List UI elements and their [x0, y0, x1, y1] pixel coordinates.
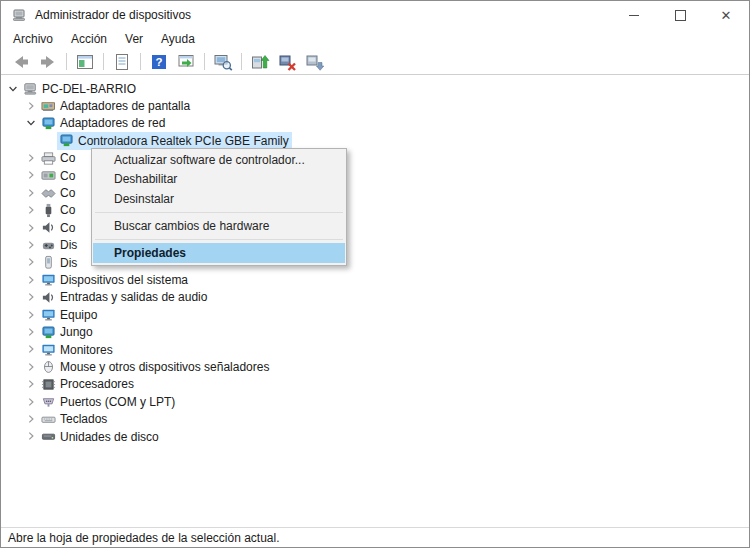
processor-icon	[41, 377, 56, 392]
menu-archivo[interactable]: Archivo	[4, 30, 62, 48]
computer-icon	[23, 81, 38, 96]
toolbar: ?	[1, 49, 749, 75]
tree-item-adaptadores-de-pantalla[interactable]: Adaptadores de pantalla	[2, 97, 748, 114]
device-manager-app-icon	[11, 7, 27, 23]
status-bar: Abre la hoja de propiedades de la selecc…	[1, 527, 749, 547]
chevron-right-icon[interactable]	[26, 275, 36, 285]
update-driver-button[interactable]	[248, 51, 272, 73]
arrow-left-icon	[11, 52, 31, 72]
chevron-down-icon[interactable]	[8, 84, 18, 94]
disable-driver-button[interactable]	[302, 51, 326, 73]
toolbar-separator	[66, 53, 67, 70]
tree-item-controladora-realtek-pcie-gbe-family[interactable]: Controladora Realtek PCIe GBE Family	[2, 132, 748, 149]
help-button[interactable]: ?	[147, 51, 171, 73]
scan-hardware-icon	[213, 52, 233, 72]
tree-item-puertos-com-y-lpt[interactable]: Puertos (COM y LPT)	[2, 393, 748, 410]
console-tree-icon	[75, 52, 95, 72]
tree-item-jungo[interactable]: Jungo	[2, 323, 748, 340]
context-menu-item-deshabilitar[interactable]: Deshabilitar	[93, 170, 345, 189]
scan-hardware-changes-button[interactable]	[211, 51, 235, 73]
network-adapter-icon	[41, 325, 56, 340]
tree-item-adaptadores-de-red[interactable]: Adaptadores de red	[2, 115, 748, 132]
toolbar-separator	[140, 53, 141, 70]
maximize-button[interactable]	[657, 1, 703, 29]
chevron-right-icon[interactable]	[26, 223, 36, 233]
mouse-icon	[41, 359, 56, 374]
display-adapter-icon	[41, 99, 56, 114]
tree-item-entradas-y-salidas-de-audio[interactable]: Entradas y salidas de audio	[2, 289, 748, 306]
chevron-right-icon[interactable]	[26, 292, 36, 302]
minimize-icon	[629, 15, 639, 16]
tree-item-label: Mouse y otros dispositivos señaladores	[60, 360, 269, 374]
printer-icon	[41, 151, 56, 166]
show-console-tree-button[interactable]	[73, 51, 97, 73]
chevron-right-icon[interactable]	[26, 310, 36, 320]
chevron-right-icon[interactable]	[26, 153, 36, 163]
device-tree-panel: PC-DEL-BARRIOAdaptadores de pantallaAdap…	[2, 75, 748, 527]
chevron-right-icon[interactable]	[26, 188, 36, 198]
export-list-button[interactable]	[174, 51, 198, 73]
forward-button[interactable]	[36, 51, 60, 73]
chevron-right-icon[interactable]	[26, 205, 36, 215]
network-adapter-icon	[41, 116, 56, 131]
close-icon: ✕	[721, 9, 732, 22]
toolbar-separator	[103, 53, 104, 70]
disk-drive-icon	[41, 429, 56, 444]
tree-item-equipo[interactable]: Equipo	[2, 306, 748, 323]
close-button[interactable]: ✕	[703, 1, 749, 29]
arrow-right-icon	[38, 52, 58, 72]
tree-item-dispositivos-del-sistema[interactable]: Dispositivos del sistema	[2, 271, 748, 288]
help-icon: ?	[149, 52, 169, 72]
chevron-right-icon[interactable]	[26, 240, 36, 250]
svg-text:?: ?	[155, 56, 162, 68]
tree-item-procesadores[interactable]: Procesadores	[2, 376, 748, 393]
monitor-icon	[41, 342, 56, 357]
usb-controller-icon	[41, 203, 56, 218]
context-menu-item-actualizar-software-de-controlador[interactable]: Actualizar software de controlador...	[93, 151, 345, 170]
chevron-right-icon[interactable]	[26, 431, 36, 441]
maximize-icon	[675, 10, 686, 21]
chevron-right-icon[interactable]	[26, 379, 36, 389]
system-device-icon	[41, 272, 56, 287]
tree-item-label: Teclados	[60, 412, 107, 426]
context-menu-separator	[95, 239, 343, 240]
tree-item-label: Adaptadores de red	[60, 116, 165, 130]
menu-ver[interactable]: Ver	[116, 30, 152, 48]
menu-bar: Archivo Acción Ver Ayuda	[1, 29, 749, 49]
tree-item-teclados[interactable]: Teclados	[2, 410, 748, 427]
tree-item-label: Dis	[60, 238, 77, 252]
tree-item-label: PC-DEL-BARRIO	[42, 82, 136, 96]
menu-accion[interactable]: Acción	[62, 30, 116, 48]
chevron-right-icon[interactable]	[26, 414, 36, 424]
chevron-right-icon[interactable]	[26, 327, 36, 337]
chevron-right-icon[interactable]	[26, 101, 36, 111]
chevron-right-icon[interactable]	[26, 344, 36, 354]
chevron-right-icon[interactable]	[26, 257, 36, 267]
chevron-down-icon[interactable]	[26, 118, 36, 128]
tree-item-unidades-de-disco[interactable]: Unidades de disco	[2, 428, 748, 445]
uninstall-driver-button[interactable]	[275, 51, 299, 73]
tree-item-label: Dis	[60, 256, 77, 270]
tree-item-label: Co	[60, 203, 75, 217]
back-button[interactable]	[9, 51, 33, 73]
tree-item-label: Monitores	[60, 343, 113, 357]
tree-item-monitores[interactable]: Monitores	[2, 341, 748, 358]
context-menu-item-buscar-cambios-de-hardware[interactable]: Buscar cambios de hardware	[93, 216, 345, 236]
context-menu-separator	[95, 212, 343, 213]
tree-item-label: Equipo	[60, 308, 97, 322]
chevron-right-icon[interactable]	[26, 170, 36, 180]
title-bar: Administrador de dispositivos ✕	[1, 1, 749, 29]
tree-item-pc-del-barrio[interactable]: PC-DEL-BARRIO	[2, 80, 748, 97]
tree-item-mouse-y-otros-dispositivos-se-aladores[interactable]: Mouse y otros dispositivos señaladores	[2, 358, 748, 375]
minimize-button[interactable]	[611, 1, 657, 29]
context-menu-item-propiedades[interactable]: Propiedades	[93, 243, 345, 263]
menu-ayuda[interactable]: Ayuda	[152, 30, 204, 48]
chevron-right-icon[interactable]	[26, 397, 36, 407]
context-menu-item-desinstalar[interactable]: Desinstalar	[93, 189, 345, 209]
chevron-right-icon[interactable]	[26, 362, 36, 372]
properties-button[interactable]	[110, 51, 134, 73]
tree-item-label: Co	[60, 169, 75, 183]
tree-item-label: Co	[60, 186, 75, 200]
toolbar-separator	[241, 53, 242, 70]
storage-controller-icon	[41, 186, 56, 201]
